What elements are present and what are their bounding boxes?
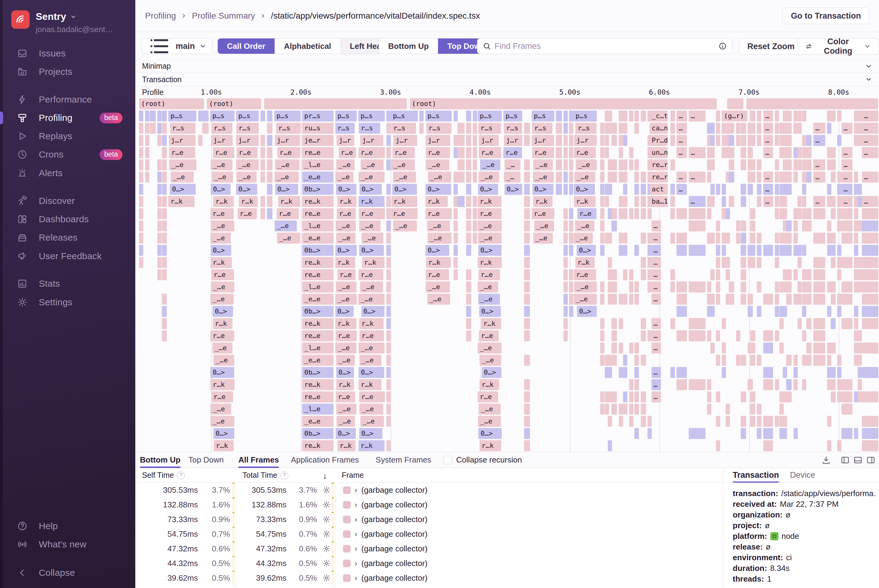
flamegraph-frame[interactable] (157, 220, 162, 231)
flamegraph-frame[interactable] (454, 172, 458, 183)
flamegraph-frame[interactable] (641, 232, 646, 244)
flamegraph-frame[interactable]: r…e (359, 208, 385, 219)
flamegraph-frame[interactable] (837, 172, 841, 183)
flamegraph-frame[interactable] (802, 355, 806, 366)
flamegraph-frame[interactable] (707, 379, 711, 390)
flamegraph-frame[interactable]: _…e (478, 342, 502, 354)
flamegraph-frame[interactable] (563, 330, 568, 341)
flamegraph-frame[interactable] (454, 184, 458, 195)
flamegraph-frame[interactable] (858, 342, 862, 354)
flamegraph-frame[interactable] (831, 294, 835, 304)
flamegraph-frame[interactable]: 0…> (361, 306, 385, 317)
flamegraph-frame[interactable]: _…e (210, 404, 231, 415)
flamegraph-frame[interactable] (634, 342, 639, 354)
flamegraph-frame[interactable] (775, 257, 779, 268)
flamegraph-frame[interactable] (798, 245, 802, 256)
flamegraph-frame[interactable] (150, 111, 155, 122)
flamegraph-frame[interactable]: _…e (576, 159, 597, 170)
flamegraph-frame[interactable] (862, 392, 878, 402)
flamegraph-frame[interactable]: j…r (337, 135, 354, 146)
flamegraph-frame[interactable] (763, 428, 773, 439)
flamegraph-frame[interactable] (157, 269, 162, 280)
flamegraph-frame[interactable] (858, 196, 862, 207)
thread-select[interactable]: main (141, 38, 212, 54)
frame-table-row[interactable]: 39.62ms0.5%39.62ms0.5%›(garbage collecto… (135, 571, 723, 585)
flamegraph-frame[interactable] (619, 342, 623, 354)
flamegraph-frame[interactable] (837, 208, 841, 219)
flamegraph-frame[interactable] (858, 269, 862, 280)
flamegraph-frame[interactable] (862, 257, 878, 268)
flamegraph-frame[interactable] (162, 208, 167, 219)
total-time-header[interactable]: Total Time? (242, 468, 288, 482)
flamegraph-frame[interactable] (676, 306, 687, 317)
flamegraph-frame[interactable] (858, 220, 862, 231)
sidebar-item-collapse[interactable]: Collapse (0, 564, 135, 582)
flamegraph-frame[interactable] (466, 318, 471, 329)
flamegraph-frame[interactable] (466, 306, 471, 317)
flamegraph-frame[interactable] (831, 342, 835, 354)
flamegraph-frame[interactable]: _…e (335, 294, 357, 304)
flamegraph-frame[interactable] (831, 379, 835, 390)
flamegraph-frame[interactable] (623, 392, 627, 402)
flamegraph-frame[interactable] (612, 294, 617, 304)
flamegraph-frame[interactable] (202, 123, 209, 134)
flamegraph-frame[interactable]: r…e (425, 208, 452, 219)
flamegraph-frame[interactable] (750, 257, 755, 268)
flamegraph-frame[interactable]: _…e (574, 282, 597, 292)
flamegraph-frame[interactable] (162, 135, 167, 146)
flamegraph-frame[interactable] (629, 404, 633, 415)
flamegraph-frame[interactable] (689, 282, 706, 292)
flamegraph-frame[interactable]: r…k (533, 196, 553, 207)
flamegraph-frame[interactable]: r…s (335, 123, 355, 134)
flamegraph-frame[interactable] (608, 367, 612, 378)
flamegraph-frame[interactable] (386, 379, 391, 390)
flamegraph-frame[interactable]: … (689, 147, 706, 158)
flamegraph-frame[interactable] (802, 172, 806, 183)
flamegraph-frame[interactable] (750, 416, 755, 427)
flamegraph-frame[interactable] (612, 355, 617, 366)
flamegraph-frame[interactable] (763, 245, 773, 256)
flamegraph-frame[interactable]: _…e (213, 342, 233, 354)
flamegraph-frame[interactable] (741, 159, 746, 170)
flamegraph-frame[interactable]: re…r (650, 159, 668, 170)
flamegraph-frame[interactable]: r…k (335, 257, 355, 268)
flamegraph-frame[interactable]: … (676, 172, 687, 183)
sort-desc-icon[interactable]: ↓ (323, 471, 327, 481)
flamegraph-frame[interactable] (623, 208, 627, 219)
flamegraph-frame[interactable]: … (763, 135, 773, 146)
flamegraph-frame[interactable]: 0…> (336, 367, 354, 378)
flamegraph-frame[interactable] (634, 367, 639, 378)
flamegraph-frame[interactable] (454, 196, 458, 207)
flamegraph-frame[interactable] (862, 318, 878, 329)
flamegraph-frame[interactable] (629, 269, 633, 280)
go-to-transaction-button[interactable]: Go to Transaction (783, 8, 869, 24)
frame-name[interactable]: (garbage collector) (361, 483, 428, 497)
flamegraph-frame[interactable] (862, 282, 878, 292)
flamegraph-frame[interactable]: r…k (213, 318, 233, 329)
flamegraph-frame[interactable] (793, 379, 798, 390)
flamegraph-frame[interactable] (386, 184, 391, 195)
flamegraph-frame[interactable]: … (651, 294, 661, 304)
flamegraph-frame[interactable]: r…k (392, 196, 417, 207)
flamegraph-frame[interactable] (670, 232, 675, 244)
flamegraph-frame[interactable] (145, 147, 149, 158)
flamegraph-frame[interactable] (634, 172, 639, 183)
flamegraph-frame[interactable]: _…e (275, 220, 297, 231)
flamegraph-frame[interactable]: _…e (478, 220, 502, 231)
flamegraph-frame[interactable]: r…k (239, 196, 258, 207)
flamegraph-frame[interactable]: r…s (504, 123, 521, 134)
flamegraph-frame[interactable] (623, 404, 627, 415)
flamegraph-frame[interactable] (466, 159, 471, 170)
flamegraph-frame[interactable] (757, 428, 762, 439)
flamegraph-frame[interactable]: _…e (360, 282, 383, 292)
flamegraph-frame[interactable]: re…k (302, 257, 334, 268)
flamegraph-frame[interactable] (813, 342, 825, 354)
flamegraph-frame[interactable] (157, 159, 162, 170)
flamegraph-frame[interactable]: _…e (210, 294, 234, 304)
flamegraph-frame[interactable] (780, 404, 784, 415)
flamegraph-frame[interactable] (641, 172, 646, 183)
flamegraph-frame[interactable] (741, 220, 746, 231)
flamegraph-frame[interactable]: _e…e (302, 355, 334, 366)
flamegraph-frame[interactable] (600, 123, 604, 134)
flamegraph-frame[interactable] (386, 367, 391, 378)
